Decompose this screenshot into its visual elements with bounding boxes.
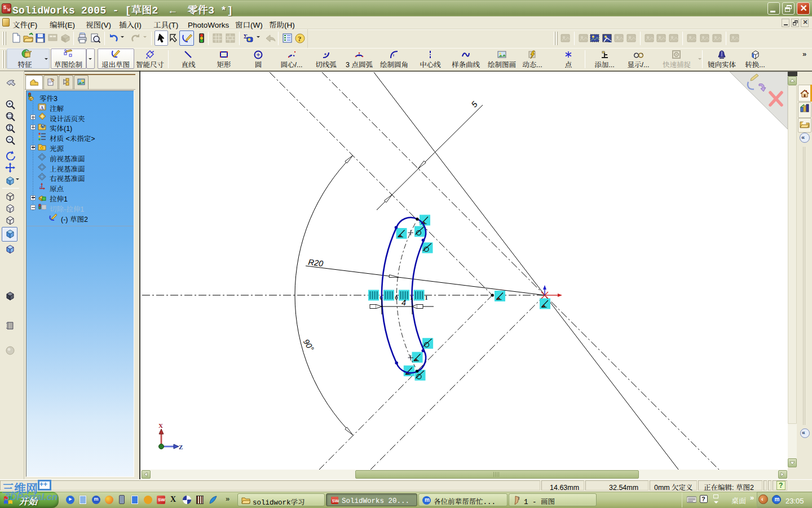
svg-text:1: 1 [425,295,428,301]
svg-text:0: 0 [395,295,398,301]
svg-text:Z: Z [179,444,183,450]
svg-text:R20: R20 [308,257,324,268]
svg-text:90°: 90° [302,338,316,353]
svg-text:?: ? [298,34,302,43]
svg-text:SW: SW [332,498,339,503]
svg-text:5: 5 [469,99,479,109]
svg-text:X: X [158,422,163,429]
svg-text:4: 4 [401,298,406,307]
svg-text:A: A [41,106,44,111]
